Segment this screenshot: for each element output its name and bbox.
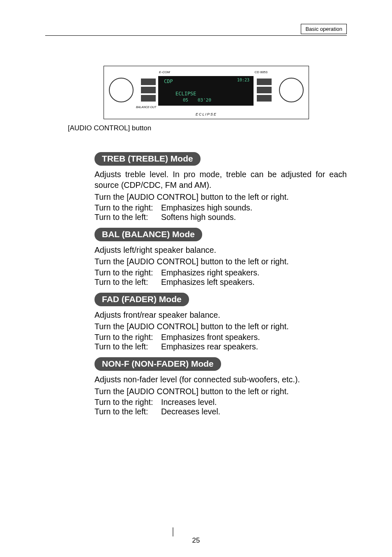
row-label: Turn to the right: [95, 398, 161, 407]
row-label: Turn to the left: [95, 213, 161, 222]
device-figure: E-COM CD 8053 CDP ECLIPSE 05 03'20 10:23… [104, 66, 309, 119]
bal-right-row: Turn to the right: Emphasizes right spea… [95, 268, 347, 277]
row-value: Emphasizes left speakers. [161, 277, 347, 287]
lcd-artist: ECLIPSE [175, 91, 196, 97]
row-label: Turn to the right: [95, 268, 161, 277]
brand-logo: ECLIPSE [104, 112, 309, 116]
bal-desc: Adjusts left/right speaker balance. [95, 245, 347, 255]
treb-right-row: Turn to the right: Emphasizes high sound… [95, 203, 347, 213]
fad-left-row: Turn to the left: Emphasizes rear speake… [95, 342, 347, 351]
section-nonf: NON-F (NON-FADER) Mode Adjusts non-fader… [95, 357, 347, 416]
lcd-track-num: 05 [183, 97, 188, 103]
row-label: Turn to the left: [95, 277, 161, 287]
fad-instruct: Turn the [AUDIO CONTROL] button to the l… [95, 321, 347, 332]
row-label: Turn to the right: [95, 333, 161, 342]
left-knob [109, 78, 134, 102]
preset-btn-1 [141, 79, 156, 85]
nonf-instruct: Turn the [AUDIO CONTROL] button to the l… [95, 386, 347, 397]
preset-btn-5 [257, 87, 272, 93]
nonf-left-row: Turn to the left: Decreases level. [95, 407, 347, 416]
fad-actions: Turn to the right: Emphasizes front spea… [95, 333, 347, 351]
row-label: Turn to the left: [95, 342, 161, 351]
figure-caption: [AUDIO CONTROL] button [68, 124, 347, 132]
treb-instruct: Turn the [AUDIO CONTROL] button to the l… [95, 192, 347, 202]
model-label: CD 8053 [254, 70, 267, 74]
heading-nonf: NON-F (NON-FADER) Mode [95, 357, 221, 371]
lcd-track-time: 03'20 [198, 97, 211, 103]
header-category-box: Basic operation [301, 24, 347, 34]
fad-right-row: Turn to the right: Emphasizes front spea… [95, 333, 347, 342]
page: Basic operation E-COM CD 8053 CDP ECLIPS… [0, 0, 392, 557]
section-bal: BAL (BALANCE) Mode Adjusts left/right sp… [95, 228, 347, 287]
preset-btn-6 [257, 95, 272, 102]
treb-desc: Adjusts treble level. In pro mode, trebl… [95, 169, 347, 191]
row-value: Decreases level. [161, 407, 347, 416]
treb-actions: Turn to the right: Emphasizes high sound… [95, 203, 347, 222]
heading-bal: BAL (BALANCE) Mode [95, 228, 202, 241]
row-value: Emphasizes front speakers. [161, 333, 347, 342]
lcd-clock: 10:23 [237, 78, 249, 82]
bal-instruct: Turn the [AUDIO CONTROL] button to the l… [95, 256, 347, 267]
lcd-display: CDP ECLIPSE 05 03'20 10:23 [158, 76, 254, 106]
treb-left-row: Turn to the left: Softens high sounds. [95, 213, 347, 222]
row-value: Increases level. [161, 398, 347, 407]
nonf-desc: Adjusts non-fader level (for connected s… [95, 374, 347, 385]
bal-left-row: Turn to the left: Emphasizes left speake… [95, 277, 347, 287]
heading-fad: FAD (FADER) Mode [95, 293, 189, 306]
content-column: TREB (TREBLE) Mode Adjusts treble level.… [95, 152, 347, 416]
preset-btn-3 [141, 95, 156, 102]
header-rule [45, 35, 347, 36]
right-knob [279, 78, 304, 102]
nonf-right-row: Turn to the right: Increases level. [95, 398, 347, 407]
nonf-actions: Turn to the right: Increases level. Turn… [95, 398, 347, 416]
row-value: Emphasizes high sounds. [161, 203, 347, 213]
heading-treb: TREB (TREBLE) Mode [95, 152, 201, 166]
row-value: Emphasizes right speakers. [161, 268, 347, 277]
section-fad: FAD (FADER) Mode Adjusts front/rear spea… [95, 293, 347, 352]
bal-actions: Turn to the right: Emphasizes right spea… [95, 268, 347, 287]
lcd-mode: CDP [164, 79, 173, 84]
balance-label: BALANCE·OUT [136, 106, 156, 109]
preset-btn-2 [141, 87, 156, 93]
row-value: Softens high sounds. [161, 213, 347, 222]
row-label: Turn to the left: [95, 407, 161, 416]
footer-vertical-rule [173, 527, 173, 536]
row-value: Emphasizes rear speakers. [161, 342, 347, 351]
page-number: 25 [0, 536, 392, 545]
preset-btn-4 [257, 79, 272, 85]
section-treb: TREB (TREBLE) Mode Adjusts treble level.… [95, 152, 347, 222]
brand-label: E-COM [159, 70, 170, 74]
fad-desc: Adjusts front/rear speaker balance. [95, 310, 347, 320]
row-label: Turn to the right: [95, 203, 161, 213]
